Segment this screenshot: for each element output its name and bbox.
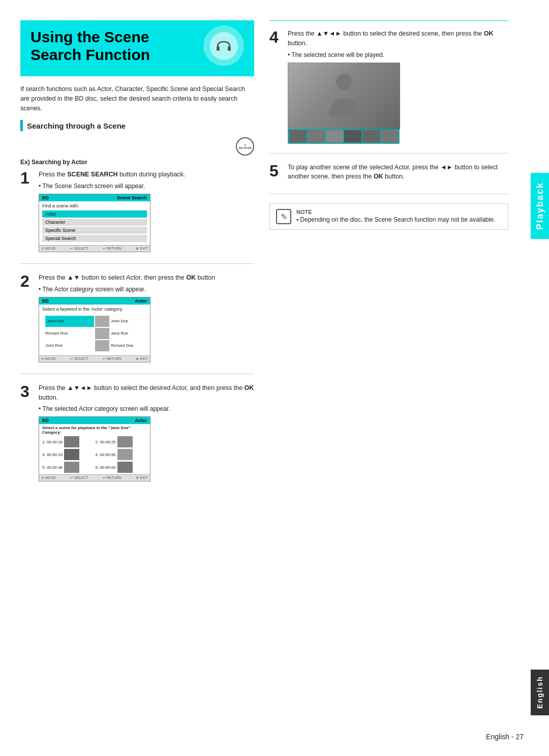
step-3-ok: OK [245,384,254,391]
step-3-bullet: • The selected Actor category screen wil… [39,405,254,412]
thumb-2 [308,130,325,142]
step-3-number: 3 [20,383,33,484]
screen1-item-actor: Actor [42,210,147,218]
screen3-header: BD Actor [39,417,150,424]
note-text: ▪ Depending on the disc, the Scene Searc… [296,215,495,224]
screen2-header: BD Actor [39,297,150,305]
step-2-number: 2 [20,273,33,365]
section-heading-text: Searching through a Scene [27,122,126,130]
scene-thumb-2 [117,436,133,447]
scene-thumbnails [288,129,399,143]
step-1-bold: SCENE SEARCH [67,171,117,178]
person-silhouette-icon [324,71,364,122]
actor-thumb-3 [95,340,109,351]
scene-thumb-1 [64,436,79,447]
actor-grid: Jane Doe John Doe Richard Roe [42,314,147,353]
actor-jane-roe: Jane Roe [95,328,144,339]
title-block: Using the Scene Search Function [20,20,254,76]
cat-cell-1: 1. 00:00:18 [42,436,94,447]
scene-thumb-4 [117,449,133,460]
step-5-text: To play another scene of the selected Ac… [288,163,508,182]
scene-thumb-3 [64,449,79,460]
main-content: Using the Scene Search Function If s [20,20,508,502]
screen1-footer: ⊙ MOVE ↵ SELECT ↩ RETURN ⊗ EXIT [39,245,150,252]
top-divider [269,20,508,21]
screen1-item-special: Special Search [42,235,147,242]
thumb-5 [362,130,380,142]
step-4-block: 4 Press the ▲▼◄► button to select the de… [269,29,508,154]
step-4-number: 4 [269,29,282,144]
screen2-body: Select a keyword in the 'Actor' category… [39,305,150,355]
step-5-number: 5 [269,163,282,185]
screen-mock-1: BD Scene Search Find a scene with: Actor… [39,194,150,252]
screen3-header-text: Select a scene for playback in the "Jane… [42,426,147,435]
intro-text: If search functions such as Actor, Chara… [20,84,254,113]
step-1-bullet: • The Scene Search screen will appear. [39,183,254,190]
step-4-bullet: • The selected scene will be played. [288,51,508,58]
step-3-content: Press the ▲▼◄► button to select the desi… [39,383,254,484]
svg-point-2 [336,74,352,90]
thumb-3 [326,130,343,142]
step-1-block: 1 Press the SCENE SEARCH button during p… [20,170,254,264]
scene-thumb-6 [117,462,133,473]
step-4-ok: OK [484,30,494,37]
step-2-block: 2 Press the ▲▼ button to select Actor, t… [20,273,254,374]
step-2-bullet: • The Actor category screen will appear. [39,286,254,293]
thumb-4 [344,130,361,142]
thumb-1 [289,130,307,142]
step-2-ok: OK [186,274,196,281]
note-icon: ✎ [276,209,291,224]
screen3-footer: ⊙ MOVE ↵ SELECT ↩ RETURN ⊗ EXIT [39,474,150,481]
screen2-footer: ⊙ MOVE ↵ SELECT ↩ RETURN ⊗ EXIT [39,355,150,362]
scene-main-photo [288,63,400,129]
bdrom-icon: ● BD-ROM [236,137,254,156]
page-number: English - 27 [486,733,524,741]
step-3-block: 3 Press the ▲▼◄► button to select the de… [20,383,254,493]
scene-photo-container [288,63,400,144]
playback-tab: Playback [531,173,549,239]
left-column: Using the Scene Search Function If s [20,20,254,502]
cat-cell-4: 4. 00:00:50 [96,449,147,460]
scene-thumb-5 [64,462,79,473]
screen-mock-3: BD Actor Select a scene for playback in … [39,416,150,481]
title-decoration [203,25,244,66]
heading-bar [20,120,23,131]
step-5-block: 5 To play another scene of the selected … [269,163,508,195]
cat-cell-6: 6. 00:00:00 [96,462,147,473]
english-tab: English [531,670,549,715]
cat-cell-2: 2. 00:00:25 [96,436,147,447]
screen1-body: Find a scene with: Actor Character Speci… [39,201,150,245]
screen3-body: Select a scene for playback in the "Jane… [39,424,150,474]
page-wrapper: Playback English Using the Scene Search … [0,0,549,756]
section-heading: Searching through a Scene [20,120,254,131]
step-1-text: Press the SCENE SEARCH button during pla… [39,170,254,179]
note-block: ✎ NOTE ▪ Depending on the disc, the Scen… [269,203,508,230]
step-5-content: To play another scene of the selected Ac… [288,163,508,185]
ex-label: Ex) Searching by Actor [20,159,254,166]
actor-john-doe: John Doe [95,316,144,327]
step-1-content: Press the SCENE SEARCH button during pla… [39,170,254,254]
bdrom-icon-row: ● BD-ROM [20,137,254,156]
screen-mock-2: BD Actor Select a keyword in the 'Actor'… [39,297,150,362]
step-4-content: Press the ▲▼◄► button to select the desi… [288,29,508,144]
note-label: NOTE [296,209,495,215]
screen2-select-label: Select a keyword in the 'Actor' category… [42,307,147,312]
thumb-6 [381,130,398,142]
cat-cell-5: 5. 00:00:48 [42,462,94,473]
svg-rect-1 [228,46,231,51]
screen1-find-label: Find a scene with: [42,203,147,208]
step-1-number: 1 [20,170,33,254]
svg-rect-0 [217,46,220,51]
step-4-text: Press the ▲▼◄► button to select the desi… [288,29,508,48]
right-column: 4 Press the ▲▼◄► button to select the de… [269,20,508,502]
cat-cell-3: 3. 00:00:15 [42,449,94,460]
step-2-content: Press the ▲▼ button to select Actor, the… [39,273,254,365]
actor-john-roe: John Roe [45,340,94,351]
screen1-item-specific: Specific Scene [42,227,147,234]
step-3-text: Press the ▲▼◄► button to select the desi… [39,383,254,403]
actor-richard-roe: Richard Roe [45,328,94,339]
actor-jane-doe: Jane Doe [45,316,94,327]
actor-thumb-2 [95,328,109,339]
screen1-header: BD Scene Search [39,194,150,201]
headphone-icon [216,39,232,53]
